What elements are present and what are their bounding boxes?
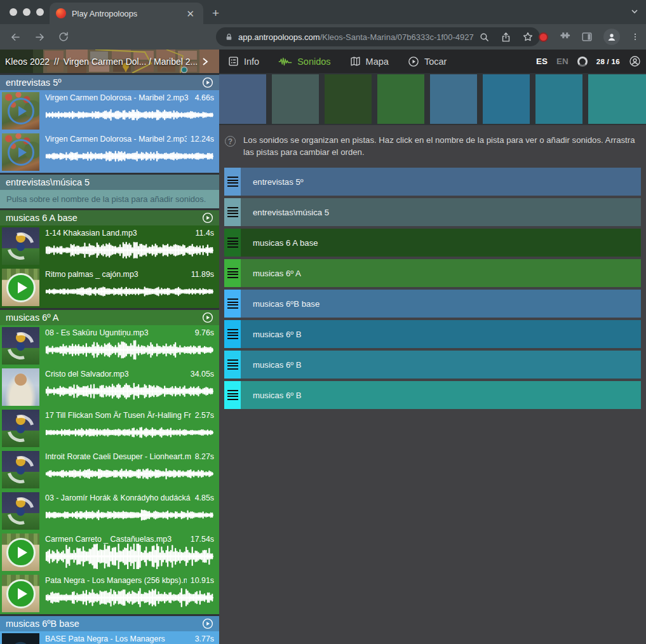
clip-thumbnail[interactable]	[2, 575, 39, 612]
record-indicator-icon[interactable]	[539, 32, 548, 42]
clip-thumbnail[interactable]	[2, 492, 39, 530]
tab-search-chevron-icon[interactable]	[631, 8, 638, 15]
tab-mapa[interactable]: Mapa	[350, 56, 389, 67]
play-track-icon[interactable]	[202, 77, 213, 88]
clip-play-icon[interactable]	[2, 92, 39, 130]
track-row[interactable]: entrevistas 5º	[224, 168, 641, 196]
track-row[interactable]: musicas 6º A	[224, 259, 641, 287]
browser-menu-kebab-icon[interactable]	[631, 32, 640, 42]
clip-waveform[interactable]	[45, 544, 214, 569]
clip-loading-spinner-icon[interactable]	[2, 327, 39, 365]
window-controls[interactable]	[10, 8, 44, 16]
clip-thumbnail[interactable]	[2, 633, 39, 644]
bookmark-star-icon[interactable]	[522, 31, 534, 43]
clip-thumbnail[interactable]	[2, 368, 39, 406]
track-row[interactable]: musicas 6 A base	[224, 229, 641, 257]
clip-name[interactable]: 17 Till Flickan Som Är Tusen År-Halling …	[45, 411, 191, 420]
clip-waveform[interactable]	[45, 585, 214, 610]
tab-close-icon[interactable]: ✕	[184, 8, 197, 20]
clip[interactable]: Introit Rorate Caeli Desuper - Lionheart…	[0, 449, 219, 490]
track-row-label[interactable]: musicas 6º B	[241, 381, 641, 409]
clip-name[interactable]: Virgen Carmen Dolorosa - Maribel 2.mp3	[45, 135, 187, 144]
clip-thumbnail[interactable]	[2, 92, 39, 130]
share-icon[interactable]	[501, 32, 511, 43]
profile-avatar[interactable]	[603, 29, 620, 45]
clip-loading-spinner-icon[interactable]	[2, 451, 39, 488]
track-drag-handle[interactable]	[224, 320, 241, 348]
clip-waveform[interactable]	[45, 420, 214, 445]
track-section-header[interactable]: entrevistas\música 5	[0, 175, 219, 190]
track-section-title[interactable]: entrevistas 5º	[6, 77, 62, 88]
track-row[interactable]: musicas 6º B	[224, 320, 641, 348]
track-row-label[interactable]: musicas 6º B	[241, 351, 641, 379]
track-section-header[interactable]: musicas 6ºB base	[0, 616, 219, 631]
track-row[interactable]: musicas 6º B	[224, 381, 641, 409]
track-row-label[interactable]: entrevistas\música 5	[241, 198, 641, 226]
clip-thumbnail[interactable]	[2, 327, 39, 365]
back-button[interactable]	[9, 30, 22, 43]
track-row-label[interactable]: musicas 6º A	[241, 259, 641, 287]
clip-name[interactable]: 1-14 Khakasian Land.mp3	[45, 229, 192, 238]
zoom-icon[interactable]	[479, 32, 490, 43]
project-map-banner[interactable]: Kleos 2022 // Virgen Carmen Dol... / Mar…	[0, 50, 219, 73]
clip-name[interactable]: 08 - Es Sakūru Uguntiņu.mp3	[45, 328, 191, 337]
clip-waveform[interactable]	[45, 238, 214, 263]
breadcrumb[interactable]: Kleos 2022 // Virgen Carmen Dol... / Mar…	[0, 50, 219, 73]
track-section-header[interactable]: musicas 6º A	[0, 310, 219, 325]
track-section-title[interactable]: entrevistas\música 5	[6, 177, 90, 187]
clip-thumbnail[interactable]	[2, 133, 39, 171]
clip[interactable]: Carmen Carreto _ Castañuelas.mp317.54s	[0, 532, 219, 573]
clip[interactable]: 17 Till Flickan Som Är Tusen År-Halling …	[0, 408, 219, 449]
track-drag-handle[interactable]	[224, 229, 241, 257]
track-drag-handle[interactable]	[224, 351, 241, 379]
clip-thumbnail[interactable]	[2, 451, 39, 488]
tab-tocar[interactable]: Tocar	[408, 56, 447, 67]
track-section-header[interactable]: musicas 6 A base	[0, 210, 219, 225]
clip-thumbnail[interactable]	[2, 269, 39, 306]
clip-waveform[interactable]	[45, 102, 214, 128]
browser-tab[interactable]: Play Antropoloops ✕	[50, 3, 203, 24]
clip-thumbnail[interactable]	[2, 227, 39, 265]
track-row[interactable]: musicas 6ºB base	[224, 290, 641, 318]
track-drag-handle[interactable]	[224, 290, 241, 318]
play-track-icon[interactable]	[202, 212, 213, 224]
clip[interactable]: Pata Negra - Los Managers (256 kbps).mp3…	[0, 573, 219, 614]
track-row-label[interactable]: musicas 6º B	[241, 320, 641, 348]
clip-name[interactable]: Pata Negra - Los Managers (256 kbps).mp3	[45, 576, 187, 585]
clip-thumbnail[interactable]	[2, 410, 39, 447]
clip[interactable]: Cristo del Salvador.mp334.05s	[0, 366, 219, 408]
breadcrumb-current[interactable]: Virgen Carmen Dol... / Maribel 2...	[64, 57, 198, 67]
clip-name[interactable]: BASE Pata Negra - Los Managers	[45, 634, 191, 643]
clip[interactable]: 08 - Es Sakūru Uguntiņu.mp39.76s	[0, 325, 219, 366]
reload-button[interactable]	[57, 30, 70, 43]
tab-info[interactable]: Info	[228, 56, 259, 67]
clip-loading-spinner-icon[interactable]	[2, 410, 39, 447]
clip-name[interactable]: Carmen Carreto _ Castañuelas.mp3	[45, 535, 187, 544]
track-row-label[interactable]: musicas 6 A base	[241, 229, 641, 257]
clip-name[interactable]: 03 - Jaromír Horák & Konrádyho dudácká .…	[45, 493, 191, 502]
track-row[interactable]: entrevistas\música 5	[224, 198, 641, 226]
track-drag-handle[interactable]	[224, 168, 241, 196]
clip-waveform[interactable]	[45, 279, 214, 304]
track-section-title[interactable]: musicas 6ºB base	[6, 619, 79, 629]
clip[interactable]: Virgen Carmen Dolorosa - Maribel 2.mp34.…	[0, 90, 219, 131]
clip-waveform[interactable]	[45, 337, 214, 363]
url-text[interactable]: app.antropoloops.com/Kleos-Santa-Marina/…	[238, 32, 474, 42]
play-track-icon[interactable]	[202, 312, 213, 323]
track-row[interactable]: musicas 6º B	[224, 351, 641, 379]
track-row-label[interactable]: musicas 6ºB base	[241, 290, 641, 318]
clip-waveform[interactable]	[45, 379, 214, 404]
new-tab-button[interactable]: +	[212, 6, 219, 20]
side-panel-icon[interactable]	[581, 31, 593, 43]
track-drag-handle[interactable]	[224, 381, 241, 409]
clip-play-icon[interactable]	[2, 533, 39, 571]
account-icon[interactable]	[629, 55, 641, 67]
clip-loading-spinner-icon[interactable]	[2, 492, 39, 530]
clip-name[interactable]: Introit Rorate Caeli Desuper - Lionheart…	[45, 452, 191, 461]
clip-waveform[interactable]	[45, 144, 214, 169]
clip-play-icon[interactable]	[2, 133, 39, 171]
track-drag-handle[interactable]	[224, 198, 241, 226]
window-minimize-button[interactable]	[23, 8, 30, 16]
clip-play-icon[interactable]	[2, 575, 39, 612]
play-track-icon[interactable]	[202, 618, 213, 629]
